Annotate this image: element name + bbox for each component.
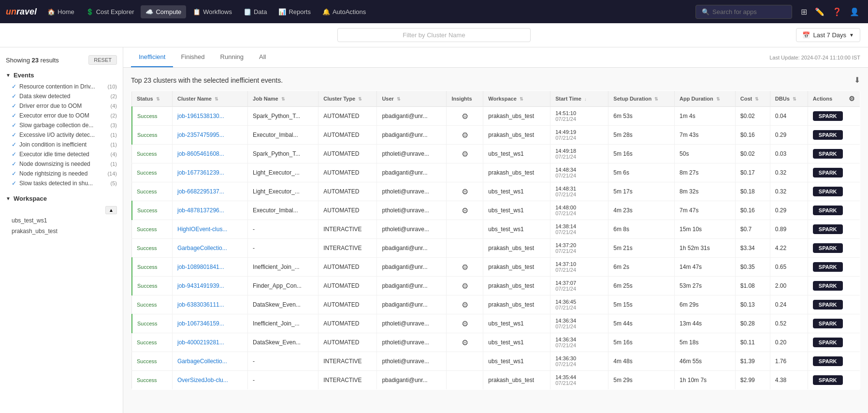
filter-item-event[interactable]: ✓Join condition is inefficient(1) (0, 140, 123, 149)
col-status[interactable]: Status ⇅ (132, 91, 173, 107)
nav-cost-explorer[interactable]: 💲 Cost Explorer (81, 5, 139, 18)
cluster-link[interactable]: job-6682295137... (177, 188, 224, 195)
cell-cluster[interactable]: OverSizedJob-clu... (173, 371, 248, 390)
cell-actions[interactable]: SPARK (808, 163, 860, 182)
cell-cluster[interactable]: job-1677361239... (173, 163, 248, 182)
cell-cluster[interactable]: GarbageCollectio... (173, 239, 248, 258)
insights-icon[interactable]: ⚙ (462, 263, 468, 271)
scroll-up-button[interactable]: ▲ (105, 206, 117, 214)
events-section-header[interactable]: ▼ Events (0, 69, 123, 82)
workspace-item[interactable]: ubs_test_ws1 (0, 215, 123, 226)
nav-home[interactable]: 🏠 Home (43, 5, 79, 18)
cluster-link[interactable]: job-1089801841... (177, 264, 224, 270)
cluster-link[interactable]: job-1677361239... (177, 169, 224, 176)
col-job[interactable]: Job Name ⇅ (248, 91, 318, 107)
cluster-link[interactable]: job-9431491939... (177, 282, 224, 289)
cluster-link[interactable]: GarbageCollectio... (177, 245, 227, 251)
col-user[interactable]: User ⇅ (377, 91, 447, 107)
nav-autoactions[interactable]: 🔔 AutoActions (318, 5, 371, 18)
insights-icon[interactable]: ⚙ (462, 339, 468, 347)
cell-cluster[interactable]: job-2357475995... (173, 126, 248, 145)
spark-button[interactable]: SPARK (813, 206, 843, 215)
cell-cluster[interactable]: job-6383036111... (173, 295, 248, 314)
spark-button[interactable]: SPARK (813, 111, 843, 121)
cluster-filter[interactable]: Filter by Cluster Name (337, 28, 531, 42)
cell-actions[interactable]: SPARK (808, 352, 860, 371)
col-workspace[interactable]: Workspace ⇅ (483, 91, 550, 107)
insights-icon[interactable]: ⚙ (462, 301, 468, 309)
nav-reports[interactable]: 📊 Reports (274, 5, 316, 18)
grid-icon[interactable]: ⊞ (798, 5, 810, 18)
col-setup[interactable]: Setup Duration ⇅ (608, 91, 675, 107)
col-dbus[interactable]: DBUs ⇅ (770, 91, 808, 107)
cell-cluster[interactable]: job-6682295137... (173, 182, 248, 201)
cluster-link[interactable]: job-4878137296... (177, 207, 224, 214)
cell-insights[interactable]: ⚙ (447, 107, 483, 126)
filter-item-event[interactable]: ✓Node rightsizing is needed(14) (0, 169, 123, 178)
filter-item-event[interactable]: ✓Executor idle time detected(4) (0, 149, 123, 159)
cell-actions[interactable]: SPARK (808, 107, 860, 126)
spark-button[interactable]: SPARK (813, 224, 843, 234)
cell-cluster[interactable]: job-4000219281... (173, 333, 248, 352)
spark-button[interactable]: SPARK (813, 243, 843, 253)
cell-cluster[interactable]: job-1089801841... (173, 258, 248, 277)
spark-button[interactable]: SPARK (813, 187, 843, 196)
filter-item-event[interactable]: ✓Node downsizing is needed(1) (0, 159, 123, 169)
spark-button[interactable]: SPARK (813, 375, 843, 385)
col-app[interactable]: App Duration ⇅ (675, 91, 736, 107)
cluster-link[interactable]: job-1961538130... (177, 113, 224, 119)
col-cluster[interactable]: Cluster Name ⇅ (173, 91, 248, 107)
cell-actions[interactable]: SPARK (808, 258, 860, 277)
cell-insights[interactable]: ⚙ (447, 182, 483, 201)
col-type[interactable]: Cluster Type ⇅ (318, 91, 377, 107)
cell-actions[interactable]: SPARK (808, 295, 860, 314)
settings-icon[interactable]: ⚙ (849, 95, 855, 103)
spark-button[interactable]: SPARK (813, 262, 843, 272)
cell-actions[interactable]: SPARK (808, 201, 860, 220)
spark-button[interactable]: SPARK (813, 319, 843, 328)
cluster-link[interactable]: job-1067346159... (177, 320, 224, 327)
cluster-link[interactable]: job-4000219281... (177, 339, 224, 346)
col-start[interactable]: Start Time ↓ (550, 91, 608, 107)
spark-button[interactable]: SPARK (813, 168, 843, 177)
insights-icon[interactable]: ⚙ (462, 206, 468, 215)
user-icon[interactable]: 👤 (847, 5, 862, 18)
filter-item-event[interactable]: ✓Driver error due to OOM(4) (0, 101, 123, 111)
download-button[interactable]: ⬇ (854, 75, 860, 85)
filter-item-event[interactable]: ✓Executor error due to OOM(2) (0, 111, 123, 120)
cell-actions[interactable]: SPARK (808, 314, 860, 333)
nav-data[interactable]: 🗒️ Data (239, 5, 272, 18)
search-input[interactable] (712, 8, 786, 15)
insights-icon[interactable]: ⚙ (462, 320, 468, 328)
cell-insights[interactable]: ⚙ (447, 295, 483, 314)
cluster-link[interactable]: HighIOEvent-clus... (177, 226, 227, 233)
cell-actions[interactable]: SPARK (808, 182, 860, 201)
cell-cluster[interactable]: job-1961538130... (173, 107, 248, 126)
cluster-link[interactable]: OverSizedJob-clu... (177, 377, 228, 384)
insights-icon[interactable]: ⚙ (462, 282, 468, 290)
spark-button[interactable]: SPARK (813, 281, 843, 291)
cell-actions[interactable]: SPARK (808, 220, 860, 239)
cluster-link[interactable]: GarbageCollectio... (177, 358, 227, 365)
filter-item-event[interactable]: ✓Slow garbage collection de...(3) (0, 120, 123, 130)
cell-cluster[interactable]: job-1067346159... (173, 314, 248, 333)
nav-compute[interactable]: ☁️ Compute (141, 5, 186, 18)
spark-button[interactable]: SPARK (813, 338, 843, 347)
insights-icon[interactable]: ⚙ (462, 131, 468, 139)
insights-icon[interactable]: ⚙ (462, 188, 468, 196)
search-box[interactable]: 🔍 (695, 5, 792, 19)
cell-insights[interactable]: ⚙ (447, 277, 483, 295)
cell-actions[interactable]: SPARK (808, 126, 860, 145)
cell-actions[interactable]: SPARK (808, 277, 860, 295)
date-filter[interactable]: 📅 Last 7 Days ▼ (796, 28, 860, 42)
cell-insights[interactable]: ⚙ (447, 126, 483, 145)
spark-button[interactable]: SPARK (813, 130, 843, 140)
cell-insights[interactable]: ⚙ (447, 314, 483, 333)
col-cost[interactable]: Cost ⇅ (735, 91, 770, 107)
cell-cluster[interactable]: job-4878137296... (173, 201, 248, 220)
tab-running[interactable]: Running (213, 47, 251, 67)
cell-actions[interactable]: SPARK (808, 371, 860, 390)
filter-item-event[interactable]: ✓Data skew detected(2) (0, 91, 123, 101)
cluster-link[interactable]: job-8605461608... (177, 150, 224, 157)
cell-cluster[interactable]: GarbageCollectio... (173, 352, 248, 371)
